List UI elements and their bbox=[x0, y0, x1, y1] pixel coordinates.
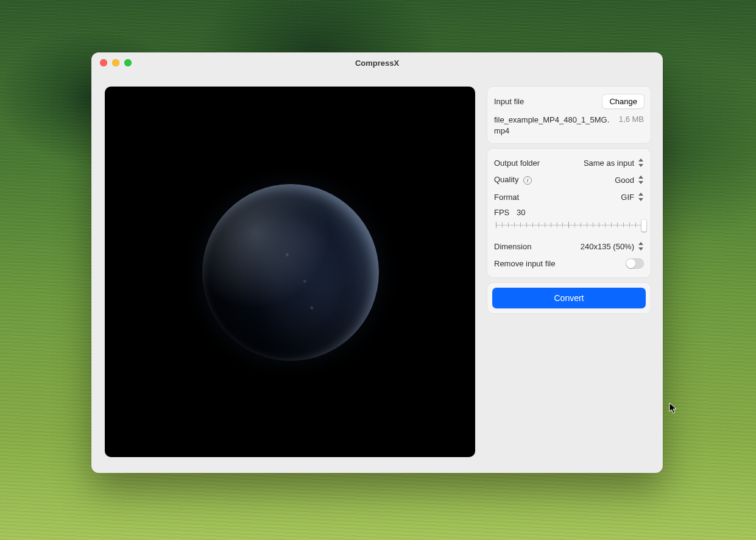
window-controls bbox=[100, 59, 132, 66]
fps-label: FPS bbox=[494, 208, 509, 217]
fps-slider[interactable] bbox=[494, 219, 644, 230]
dimension-label: Dimension bbox=[494, 242, 531, 251]
slider-thumb[interactable] bbox=[641, 219, 646, 232]
content-area: Input file Change file_example_MP4_480_1… bbox=[91, 73, 663, 473]
input-filename: file_example_MP4_480_1_5MG.mp4 bbox=[494, 115, 610, 136]
close-window-button[interactable] bbox=[100, 59, 107, 66]
info-icon[interactable]: i bbox=[523, 176, 532, 185]
output-folder-row: Output folder Same as input bbox=[494, 154, 644, 171]
output-folder-label: Output folder bbox=[494, 158, 540, 168]
minimize-window-button[interactable] bbox=[112, 59, 119, 66]
remove-input-label: Remove input file bbox=[494, 259, 555, 268]
preview-frame-image bbox=[202, 184, 379, 361]
quality-value: Good bbox=[615, 176, 634, 185]
quality-row: Quality i Good bbox=[494, 171, 644, 188]
chevron-updown-icon bbox=[638, 176, 644, 184]
settings-panel: Input file Change file_example_MP4_480_1… bbox=[487, 87, 651, 460]
titlebar: CompressX bbox=[91, 52, 663, 73]
change-file-button[interactable]: Change bbox=[602, 94, 644, 108]
dimension-row: Dimension 240x135 (50%) bbox=[494, 238, 644, 255]
action-card: Convert bbox=[487, 283, 651, 313]
format-row: Format GIF bbox=[494, 188, 644, 205]
video-preview[interactable] bbox=[105, 87, 475, 457]
input-filesize: 1,6 MB bbox=[619, 115, 644, 124]
chevron-updown-icon bbox=[638, 242, 644, 250]
input-file-card: Input file Change file_example_MP4_480_1… bbox=[487, 87, 651, 143]
app-window: CompressX Input file Change file_example… bbox=[91, 52, 663, 473]
remove-input-toggle[interactable] bbox=[626, 258, 644, 269]
zoom-window-button[interactable] bbox=[124, 59, 132, 66]
remove-input-row: Remove input file bbox=[494, 255, 644, 272]
dimension-value: 240x135 (50%) bbox=[581, 242, 634, 251]
fps-row: FPS 30 bbox=[494, 205, 644, 232]
cursor-icon bbox=[669, 402, 677, 414]
settings-card: Output folder Same as input Quality i Go… bbox=[487, 149, 651, 277]
quality-select[interactable]: Good bbox=[615, 176, 644, 185]
output-folder-select[interactable]: Same as input bbox=[584, 158, 644, 168]
format-select[interactable]: GIF bbox=[621, 193, 644, 202]
window-title: CompressX bbox=[355, 59, 399, 68]
output-folder-value: Same as input bbox=[584, 158, 634, 168]
chevron-updown-icon bbox=[638, 193, 644, 201]
format-value: GIF bbox=[621, 193, 634, 202]
format-label: Format bbox=[494, 193, 519, 202]
convert-button[interactable]: Convert bbox=[492, 288, 646, 308]
input-file-label: Input file bbox=[494, 97, 524, 106]
chevron-updown-icon bbox=[638, 158, 644, 167]
dimension-select[interactable]: 240x135 (50%) bbox=[581, 242, 644, 251]
quality-label: Quality i bbox=[494, 175, 532, 185]
fps-value: 30 bbox=[517, 208, 525, 217]
